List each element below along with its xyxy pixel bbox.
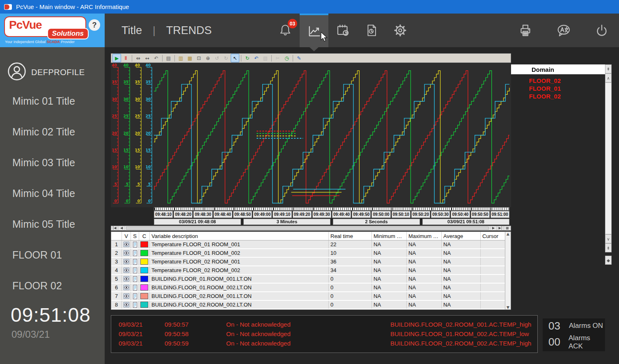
time-settings-button[interactable]: ◷ <box>282 54 291 62</box>
visibility-eye-icon[interactable] <box>124 268 129 273</box>
col-description[interactable]: Variable description <box>150 232 329 240</box>
col-maximum[interactable]: Maximum … <box>407 232 442 240</box>
row-visibility-cell[interactable] <box>122 240 131 248</box>
col-average[interactable]: Average <box>442 232 481 240</box>
scroll-end-button[interactable]: ▶| <box>497 226 504 230</box>
undo-zoom-button[interactable]: ↶ <box>152 54 160 62</box>
alarm-row[interactable]: 09/03/2109:50:58On - Not acknowledgedBUI… <box>119 329 537 339</box>
visibility-eye-icon[interactable] <box>124 259 129 264</box>
scale-doc-icon[interactable] <box>133 268 138 273</box>
table-row[interactable]: 8 BUILDING.FLOOR_02.ROOM_002.LT.ON0NANAN… <box>111 301 511 309</box>
play-button[interactable]: ▶ <box>112 54 121 62</box>
scrollbar-thumb[interactable] <box>126 227 489 230</box>
fit-horizontal-button[interactable]: ⇔ <box>134 54 142 62</box>
fit-width-button[interactable]: ↔ <box>143 54 151 62</box>
vscroll-pageup-button[interactable]: ⇞ <box>605 64 612 73</box>
refresh-button[interactable]: ↻ <box>243 54 252 62</box>
visibility-eye-icon[interactable] <box>124 285 129 290</box>
col-minimum[interactable]: Minimum … <box>372 232 407 240</box>
row-visibility-cell[interactable] <box>122 301 131 309</box>
legend-button[interactable]: ▥ <box>177 54 185 62</box>
row-description[interactable]: BUILDING.FLOOR_02.ROOM_002.LT.ON <box>150 301 329 309</box>
vscroll-up-button[interactable]: ∧ <box>605 73 612 82</box>
history-back-button[interactable]: ↶ <box>252 54 261 62</box>
row-color-cell[interactable] <box>139 249 150 257</box>
row-description[interactable]: Temperature FLOOR_02 ROOM_002 <box>150 266 329 274</box>
tab-trends[interactable] <box>300 14 328 47</box>
cut-button[interactable]: ✂ <box>273 54 282 62</box>
visibility-eye-icon[interactable] <box>124 250 129 256</box>
row-scale-cell[interactable] <box>131 284 139 291</box>
scale-doc-icon[interactable] <box>133 293 138 299</box>
sidebar-item-floor-01[interactable]: FLOOR 01 <box>0 240 105 270</box>
table-row[interactable]: 1 Temperature FLOOR_01 ROOM_00122NANANA <box>111 240 511 249</box>
scale-doc-icon[interactable] <box>133 285 138 291</box>
row-visibility-cell[interactable] <box>122 266 131 274</box>
col-visibility[interactable]: V <box>122 232 131 240</box>
print-page-button[interactable] <box>518 23 533 38</box>
language-button[interactable] <box>556 23 571 38</box>
alarms-bell-button[interactable]: 03 <box>271 14 300 47</box>
vscroll-pagedown-button[interactable]: ⇟ <box>605 243 612 252</box>
scroll-right-button[interactable]: ▶ <box>490 226 497 230</box>
table-row[interactable]: 2 Temperature FLOOR_01 ROOM_00210NANANA <box>111 249 511 258</box>
row-color-cell[interactable] <box>139 284 150 291</box>
alarm-row[interactable]: 09/03/2109:50:57On - Not acknowledgedBUI… <box>119 320 537 329</box>
power-button[interactable] <box>594 23 609 38</box>
scale-doc-icon[interactable] <box>133 242 138 247</box>
col-realtime[interactable]: Real time <box>329 232 372 240</box>
profile-row[interactable]: DEFPROFILE <box>0 47 105 86</box>
domain-item[interactable]: FLOOR_01 <box>511 85 605 92</box>
table-row[interactable]: 6 BUILDING.FLOOR_01.ROOM_002.LT.ON0NANAN… <box>111 284 511 292</box>
visibility-eye-icon[interactable] <box>124 302 129 307</box>
row-description[interactable]: Temperature FLOOR_02 ROOM_001 <box>150 258 329 266</box>
visibility-eye-icon[interactable] <box>124 276 129 282</box>
col-cursor[interactable]: Cursor <box>481 232 505 240</box>
tab-reports[interactable] <box>357 14 386 47</box>
table-scroll-up[interactable]: ▲ <box>507 232 509 236</box>
scroll-left-button[interactable]: ◀ <box>118 226 125 230</box>
sidebar-item-mimic-04-title[interactable]: Mimic 04 Title <box>0 178 105 209</box>
time-range-cell[interactable]: 03/09/21 09:51:08 <box>422 219 509 224</box>
row-visibility-cell[interactable] <box>122 275 131 283</box>
table-row[interactable]: 5 BUILDING.FLOOR_01.ROOM_001.LT.ON0NANAN… <box>111 275 511 284</box>
grid-button[interactable]: ▦ <box>186 54 194 62</box>
cursor-button[interactable]: ↖ <box>231 54 239 62</box>
alarm-banner[interactable]: 09/03/2109:50:57On - Not acknowledgedBUI… <box>111 315 538 353</box>
alarm-row[interactable]: 09/03/2109:50:59On - Not acknowledgedBUI… <box>119 339 537 348</box>
table-row[interactable]: 7 BUILDING.FLOOR_02.ROOM_001.LT.ON0NANAN… <box>111 292 511 301</box>
export-button[interactable]: ▧ <box>261 54 270 62</box>
row-scale-cell[interactable] <box>131 266 139 274</box>
table-row[interactable]: 3 Temperature FLOOR_02 ROOM_00136NANANA <box>111 258 511 266</box>
sidebar-item-floor-02[interactable]: FLOOR 02 <box>0 270 105 301</box>
row-visibility-cell[interactable] <box>122 258 131 266</box>
edit-list-button[interactable]: ✎ <box>295 54 303 62</box>
row-scale-cell[interactable] <box>131 249 139 257</box>
table-scroll-down[interactable]: ▼ <box>507 305 509 309</box>
row-visibility-cell[interactable] <box>122 284 131 291</box>
row-scale-cell[interactable] <box>131 258 139 266</box>
row-scale-cell[interactable] <box>131 275 139 283</box>
time-range-cell[interactable]: 2 Seconds <box>333 219 420 224</box>
help-button[interactable]: ? <box>89 19 100 31</box>
scale-doc-icon[interactable] <box>133 276 138 282</box>
vscroll-track[interactable] <box>605 82 612 234</box>
sidebar-item-mimic-05-title[interactable]: Mimic 05 Title <box>0 209 105 240</box>
horizontal-scrollbar[interactable]: |◀ ◀ ▶ ▶| ▦ <box>111 226 511 231</box>
row-scale-cell[interactable] <box>131 301 139 309</box>
row-scale-cell[interactable] <box>131 292 139 300</box>
vscroll-down-button[interactable]: ∨ <box>605 234 612 243</box>
window-titlebar[interactable]: PcVue - Main window - ARC Informatique <box>0 0 619 14</box>
row-color-cell[interactable] <box>139 301 150 309</box>
tab-settings[interactable] <box>386 14 415 47</box>
print-button[interactable]: ▤ <box>164 54 173 62</box>
sidebar-item-mimic-01-title[interactable]: Mimic 01 Title <box>0 86 105 117</box>
pause-button[interactable]: Ⅱ <box>122 54 130 62</box>
col-scale[interactable]: S <box>131 232 139 240</box>
vscroll-pin-button[interactable]: ◆ <box>605 256 612 265</box>
visibility-eye-icon[interactable] <box>124 293 129 299</box>
sidebar-item-mimic-02-title[interactable]: Mimic 02 Title <box>0 117 105 147</box>
domain-item[interactable]: FLOOR_02 <box>511 77 605 85</box>
row-visibility-cell[interactable] <box>122 249 131 257</box>
scale-doc-icon[interactable] <box>133 302 138 308</box>
